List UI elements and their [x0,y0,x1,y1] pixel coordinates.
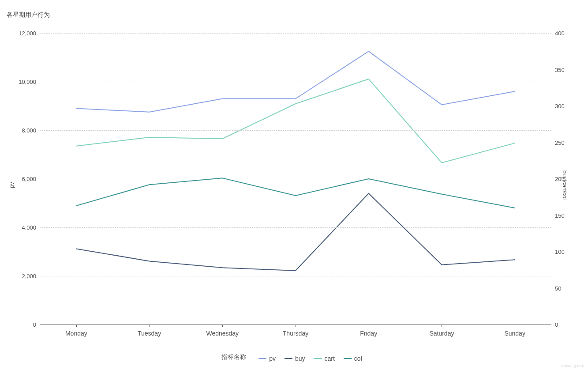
x-tick-mark [296,325,296,327]
y-tick-right-label: 350 [555,66,565,73]
x-tick-label: Wednesday [206,330,239,337]
y-tick-left-label: 10,000 [19,79,36,85]
legend-swatch-icon [314,358,322,359]
legend-item-col[interactable]: col [344,355,362,362]
x-tick-mark [222,325,223,327]
y-tick-left-label: 6,000 [22,176,36,182]
legend-title: 指标名称 [221,353,246,360]
legend-item-label: col [354,355,362,362]
y-axis-right-label: buy/cart/col [561,170,568,200]
grid-line [40,33,551,34]
series-line-col [76,178,515,208]
x-tick-mark [150,325,150,327]
legend-item-pv[interactable]: pv [258,355,276,362]
y-tick-right-label: 100 [555,249,565,255]
grid-line [40,82,551,82]
x-tick-label: Saturday [429,330,454,337]
chart-title: 各星期用户行为 [7,11,50,19]
grid-line [40,130,551,131]
x-tick-label: Sunday [504,330,525,337]
grid-line [40,179,551,179]
series-line-buy [76,193,515,271]
y-tick-left-label: 12,000 [19,30,36,37]
y-axis-left-label: pv [8,182,15,188]
legend-item-label: pv [269,355,276,362]
series-line-cart [76,79,515,163]
grid-line [40,276,551,276]
x-tick-mark [442,325,442,327]
y-tick-left-label: 8,000 [22,127,36,134]
legend-item-label: cart [325,355,335,362]
y-tick-right-label: 200 [555,176,565,182]
x-tick-mark [369,325,369,327]
y-tick-right-label: 50 [555,285,561,291]
y-tick-right-label: 300 [555,103,565,109]
line-chart: 各星期用户行为 pv buy/cart/col MondayTuesdayWed… [0,0,588,370]
x-tick-mark [76,325,77,327]
y-tick-right-label: 400 [555,30,565,37]
legend-swatch-icon [258,358,266,359]
legend: 指标名称 pvbuycartcol [0,353,588,362]
y-tick-left-label: 0 [33,321,36,328]
legend-item-label: buy [295,355,305,362]
legend-item-buy[interactable]: buy [285,355,305,362]
y-tick-right-label: 250 [555,139,565,146]
x-tick-label: Tuesday [138,330,161,337]
y-tick-left-label: 4,000 [22,224,36,231]
y-tick-right-label: 0 [555,321,558,328]
y-tick-right-label: 150 [555,212,565,219]
x-tick-mark [515,325,515,327]
x-tick-label: Friday [360,330,377,337]
y-tick-left-label: 2,000 [22,273,36,279]
x-tick-label: Thursday [283,330,308,337]
legend-swatch-icon [344,358,352,359]
watermark: CSDN @THE [561,364,584,368]
grid-line [40,227,551,228]
legend-swatch-icon [285,358,292,359]
x-tick-label: Monday [65,330,87,337]
legend-item-cart[interactable]: cart [314,355,335,362]
plot-area: MondayTuesdayWednesdayThursdayFridaySatu… [40,33,551,325]
